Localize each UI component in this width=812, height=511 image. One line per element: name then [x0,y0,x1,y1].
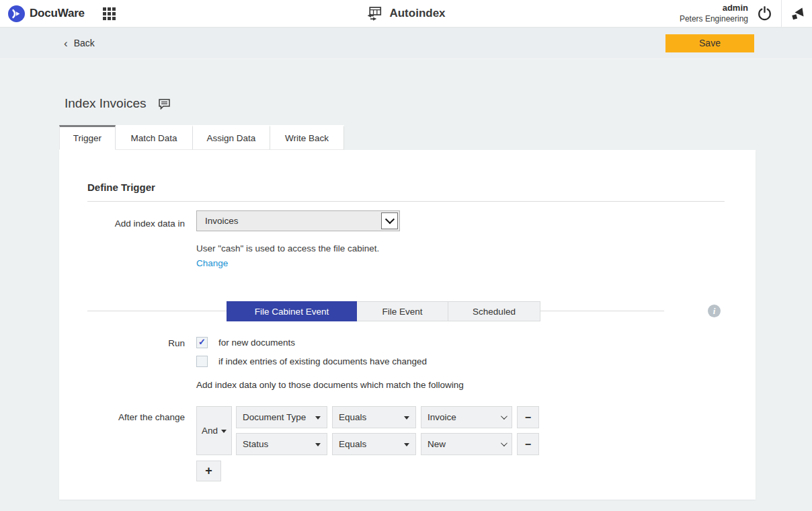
event-type-segmented: File Cabinet Event File Event Scheduled [227,301,540,321]
run-label: Run [87,337,185,348]
tab-write-back[interactable]: Write Back [270,125,344,150]
cabinet-label: Add index data in [87,213,185,229]
value-text: New [428,439,446,449]
header-divider [781,0,782,28]
comparison-value: Equals [339,439,366,449]
triangle-down-icon [404,443,409,446]
field-dropdown-2[interactable]: Status [236,433,327,455]
app-title-group: Autoindex [366,7,445,21]
value-select-2[interactable]: New [421,433,512,455]
back-button[interactable]: ‹ Back [64,38,95,49]
event-type-row: File Cabinet Event File Event Scheduled … [87,301,725,321]
info-icon[interactable]: i [708,305,721,317]
docuware-logo-icon [8,5,25,22]
tab-trigger[interactable]: Trigger [59,125,116,150]
checkmark-icon: ✓ [198,338,206,346]
megaphone-icon[interactable] [789,6,805,22]
add-condition-button[interactable]: + [196,461,221,481]
brand-name: DocuWare [30,7,85,20]
checkbox-changed-entries[interactable] [196,356,208,367]
logical-operator-dropdown[interactable]: And [196,406,232,455]
tab-match-data[interactable]: Match Data [116,125,193,150]
change-user-link[interactable]: Change [196,258,228,268]
autoindex-icon [366,7,382,21]
checkbox-changed-entries-label[interactable]: if index entries of existing documents h… [218,356,427,366]
segment-file-event[interactable]: File Event [357,301,448,321]
segment-file-cabinet-event[interactable]: File Cabinet Event [227,301,357,321]
chevron-down-icon [384,214,394,224]
field-value: Status [243,439,268,449]
header-right: admin Peters Engineering [680,0,812,27]
comparison-dropdown-1[interactable]: Equals [332,406,416,428]
back-chevron-icon: ‹ [64,38,68,49]
comparison-dropdown-2[interactable]: Equals [332,433,416,455]
cabinet-user-note: User "cash" is used to access the file c… [196,243,725,253]
condition-row-1: Document Type Equals Invoice [236,406,539,428]
grid-menu-icon[interactable] [103,7,116,20]
checkbox-new-documents-label[interactable]: for new documents [218,337,295,348]
file-cabinet-select[interactable]: Invoices [196,210,400,231]
chevron-down-icon [501,413,508,420]
remove-condition-button-1[interactable]: − [517,406,539,428]
field-value: Document Type [243,412,306,422]
app-title: Autoindex [389,7,445,20]
remove-condition-button-2[interactable]: − [517,433,539,455]
user-info[interactable]: admin Peters Engineering [680,3,748,24]
file-cabinet-value: Invoices [205,216,239,226]
triangle-down-icon [315,443,321,446]
comment-icon[interactable] [159,99,170,110]
filter-note: Add index data only to those documents w… [196,380,725,390]
comparison-value: Equals [339,412,366,422]
condition-row-2: Status Equals New − [236,433,539,455]
select-dropdown-button[interactable] [381,212,398,229]
segment-scheduled[interactable]: Scheduled [448,301,540,321]
trigger-panel: Define Trigger Add index data in Invoice… [59,150,756,500]
power-icon[interactable] [757,6,772,22]
section-divider [87,201,725,202]
user-company: Peters Engineering [680,14,748,25]
tab-assign-data[interactable]: Assign Data [193,125,270,150]
chevron-down-icon [501,440,508,446]
triangle-down-icon [404,416,409,420]
value-text: Invoice [428,412,456,422]
back-label: Back [74,38,95,48]
checkbox-new-documents[interactable]: ✓ [196,337,208,348]
section-title: Define Trigger [87,182,725,193]
user-name: admin [680,3,748,14]
value-select-1[interactable]: Invoice [421,406,512,428]
brand: DocuWare [0,5,116,22]
app-header: DocuWare Autoindex admin Peters Engi [0,0,812,28]
triangle-down-icon [221,430,227,433]
toolbar: ‹ Back Save [0,28,812,59]
condition-builder: And Document Type Equals [196,406,539,481]
conditions-label: After the change [87,406,185,481]
save-button[interactable]: Save [665,34,754,52]
triangle-down-icon [315,416,321,420]
tab-bar: Trigger Match Data Assign Data Write Bac… [59,125,756,150]
main: Index Invoices Trigger Match Data Assign… [59,59,756,500]
operator-value: And [202,426,218,436]
page-title: Index Invoices [65,96,146,111]
field-dropdown-1[interactable]: Document Type [236,406,327,428]
